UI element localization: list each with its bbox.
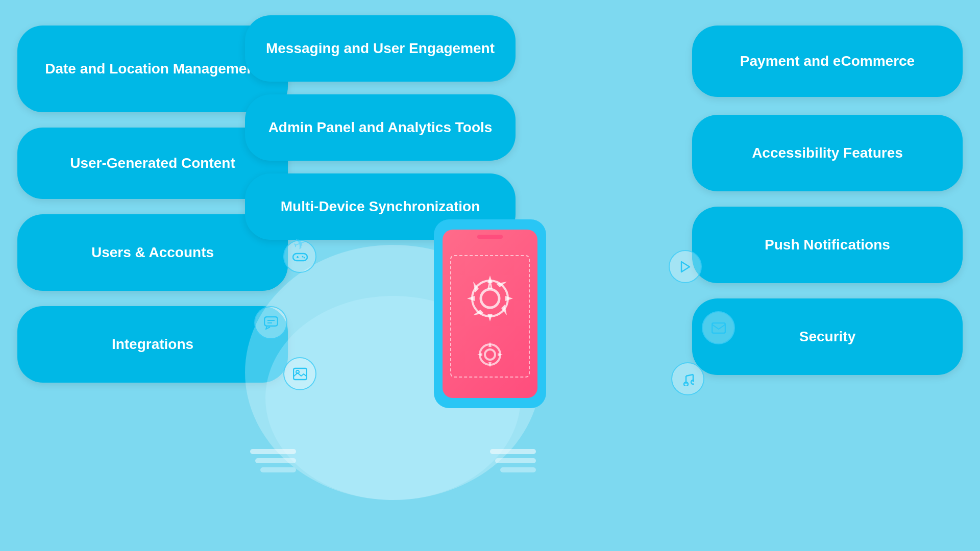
pill-accessibility-label: Accessibility Features xyxy=(752,145,903,161)
svg-rect-3 xyxy=(255,458,296,463)
image-float-icon xyxy=(283,357,316,390)
pill-payment-label: Payment and eCommerce xyxy=(740,53,915,69)
pill-push[interactable]: Push Notifications xyxy=(692,207,963,283)
svg-marker-22 xyxy=(681,262,690,272)
play-float-icon xyxy=(669,250,702,283)
pill-users-accounts-label: Users & Accounts xyxy=(91,244,214,261)
svg-rect-4 xyxy=(260,467,296,472)
gear-small-icon xyxy=(475,339,505,370)
pill-messaging[interactable]: Messaging and User Engagement xyxy=(245,15,516,82)
svg-rect-2 xyxy=(250,449,296,454)
svg-rect-20 xyxy=(293,368,307,380)
svg-point-9 xyxy=(472,281,508,316)
music-float-icon xyxy=(671,362,704,395)
phone-notch xyxy=(477,235,503,239)
mail-float-icon xyxy=(702,311,735,344)
svg-point-8 xyxy=(481,289,499,308)
svg-rect-6 xyxy=(495,458,536,463)
phone-screen xyxy=(443,230,537,398)
pill-payment[interactable]: Payment and eCommerce xyxy=(692,26,963,97)
gear-large-icon xyxy=(462,270,518,327)
gamepad-float-icon xyxy=(283,240,316,273)
pill-user-generated-label: User-Generated Content xyxy=(70,155,235,171)
pill-accessibility[interactable]: Accessibility Features xyxy=(692,115,963,191)
svg-rect-17 xyxy=(264,317,278,326)
svg-point-16 xyxy=(303,257,305,258)
svg-rect-5 xyxy=(490,449,536,454)
pill-push-label: Push Notifications xyxy=(765,237,890,253)
pill-security[interactable]: Security xyxy=(692,298,963,375)
pill-admin[interactable]: Admin Panel and Analytics Tools xyxy=(245,94,516,161)
svg-rect-23 xyxy=(712,323,725,333)
pill-security-label: Security xyxy=(799,329,856,345)
chat-float-icon xyxy=(254,306,287,339)
svg-rect-7 xyxy=(500,467,536,472)
pill-date-location-label: Date and Location Management xyxy=(45,61,260,77)
svg-point-10 xyxy=(485,349,495,360)
svg-point-11 xyxy=(480,344,500,365)
svg-line-25 xyxy=(686,374,693,376)
pill-messaging-label: Messaging and User Engagement xyxy=(266,40,495,57)
phone-device xyxy=(434,219,546,408)
pill-integrations-label: Integrations xyxy=(112,336,193,353)
svg-point-15 xyxy=(302,256,303,257)
svg-rect-12 xyxy=(293,254,307,261)
pill-admin-label: Admin Panel and Analytics Tools xyxy=(268,119,493,136)
